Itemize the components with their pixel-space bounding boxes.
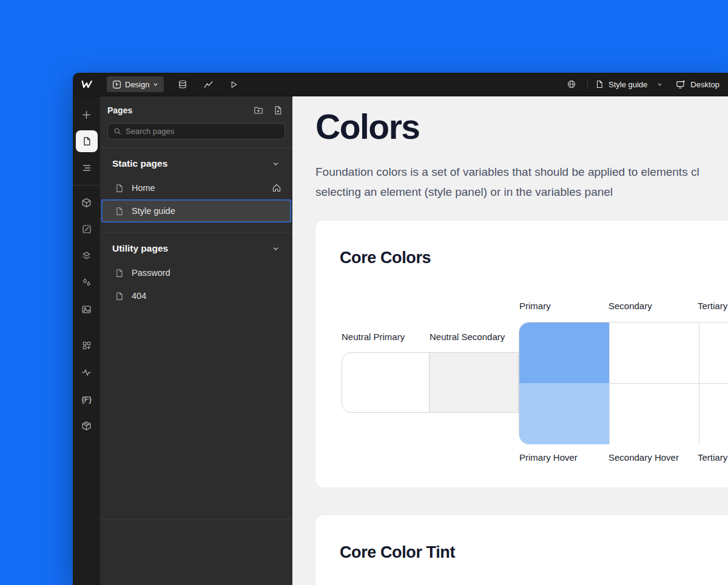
- new-folder-button[interactable]: [254, 105, 263, 115]
- cms-database-icon: [178, 79, 187, 89]
- navigator-button[interactable]: [76, 157, 98, 179]
- webflow-logo[interactable]: [73, 80, 100, 89]
- selectors-button[interactable]: [76, 245, 98, 267]
- description-line: Foundation colors is a set of variables …: [315, 162, 699, 182]
- swatch-neutral-primary[interactable]: [342, 352, 430, 413]
- swatch-primary[interactable]: [519, 323, 609, 384]
- new-page-icon: [273, 105, 283, 115]
- core-color-tint-card[interactable]: Core Color Tint: [315, 515, 728, 585]
- breakpoint-label: Desktop: [690, 80, 720, 89]
- page-icon: [115, 292, 124, 301]
- style-manager-button[interactable]: [76, 218, 98, 240]
- navigator-icon: [82, 163, 92, 173]
- breakpoint-selector[interactable]: Desktop: [676, 79, 720, 89]
- design-mode-button[interactable]: Design: [107, 76, 164, 92]
- utility-pages-section: Utility pages Password: [100, 233, 292, 307]
- page-item-password[interactable]: Password: [101, 261, 291, 284]
- grid-line: [609, 383, 728, 384]
- pages-panel: Pages: [100, 96, 292, 585]
- assets-image-icon: [81, 304, 92, 315]
- pages-panel-title: Pages: [107, 105, 254, 115]
- swatch-primary-hover[interactable]: [519, 383, 609, 444]
- page-item-label: Style guide: [132, 206, 175, 216]
- layers-icon: [81, 251, 92, 261]
- fonts-button[interactable]: {F}: [76, 388, 98, 410]
- apps-button[interactable]: [76, 335, 98, 356]
- search-pages: [107, 123, 285, 139]
- swatch-secondary-hover[interactable]: [610, 384, 699, 444]
- variables-droplets-icon: [82, 278, 92, 287]
- topbar-divider: [587, 79, 588, 89]
- design-mode-label: Design: [125, 80, 149, 89]
- swatch-tertiary-hover[interactable]: [699, 384, 728, 444]
- topbar: Design: [73, 73, 728, 96]
- new-page-button[interactable]: [273, 105, 283, 115]
- apps-grid-icon: [82, 341, 92, 350]
- assets-button[interactable]: [76, 298, 98, 320]
- core-colors-card[interactable]: Core Colors Primary Secondary Tertiary N…: [315, 221, 728, 487]
- page-icon: [595, 80, 604, 89]
- page-item-label: Home: [132, 183, 155, 193]
- desktop-breakpoint-icon: [676, 79, 686, 89]
- style-brush-icon: [82, 224, 92, 234]
- add-element-button[interactable]: [76, 104, 98, 125]
- workspace: {F} Pages: [73, 96, 728, 585]
- fonts-icon: {F}: [81, 395, 92, 404]
- swatch-tertiary[interactable]: [699, 323, 728, 383]
- page-item-404[interactable]: 404: [101, 284, 291, 307]
- rail-divider: [73, 185, 100, 186]
- page-item-label: 404: [132, 291, 146, 301]
- swatch-label-secondary-hover[interactable]: Secondary Hover: [608, 452, 679, 463]
- swatch-label-tertiary-hover[interactable]: Tertiary: [698, 452, 727, 463]
- search-icon: [113, 127, 121, 135]
- interactions-button[interactable]: [76, 361, 98, 383]
- search-pages-input[interactable]: [126, 127, 279, 136]
- home-icon: [272, 183, 281, 193]
- components-button[interactable]: [76, 192, 98, 213]
- section-label: Static pages: [112, 158, 167, 169]
- swatch-neutral-secondary[interactable]: [430, 352, 519, 413]
- page-selector[interactable]: Style guide: [595, 80, 662, 89]
- chevron-down-icon: [272, 246, 279, 252]
- webflow-logo-icon: [80, 80, 93, 89]
- swatch-label-secondary[interactable]: Secondary: [608, 301, 652, 311]
- static-pages-section: Static pages Home: [100, 148, 292, 232]
- cms-database-button[interactable]: [170, 73, 195, 96]
- core-colors-title[interactable]: Core Colors: [340, 247, 431, 268]
- core-colors-grid: [519, 322, 728, 444]
- swatch-label-neutral-primary[interactable]: Neutral Primary: [342, 332, 405, 342]
- swatch-label-neutral-secondary[interactable]: Neutral Secondary: [430, 332, 505, 342]
- chevron-down-icon: [657, 82, 662, 87]
- canvas: Colors Foundation colors is a set of var…: [292, 96, 728, 585]
- swatch-label-primary-hover[interactable]: Primary Hover: [519, 452, 578, 463]
- swatch-label-primary[interactable]: Primary: [519, 301, 551, 311]
- pages-panel-header: Pages: [100, 96, 292, 122]
- chevron-down-icon: [153, 82, 158, 87]
- page-item-style-guide[interactable]: Style guide: [101, 199, 291, 222]
- topbar-tools: [170, 73, 246, 96]
- preview-play-icon: [229, 80, 238, 89]
- page-item-label: Password: [132, 268, 170, 278]
- chevron-down-icon: [272, 161, 279, 167]
- page-item-home[interactable]: Home: [101, 176, 291, 199]
- package-box-icon: [81, 421, 92, 431]
- left-toolbar: {F}: [73, 96, 100, 585]
- preview-button[interactable]: [221, 73, 246, 96]
- page-selector-label: Style guide: [608, 80, 647, 89]
- new-folder-icon: [254, 105, 263, 115]
- pages-panel-divider: [100, 519, 292, 520]
- analytics-chart-icon: [203, 79, 214, 90]
- core-color-tint-title[interactable]: Core Color Tint: [340, 542, 455, 563]
- page-description[interactable]: Foundation colors is a set of variables …: [315, 162, 699, 202]
- packages-button[interactable]: [76, 415, 98, 436]
- publish-globe-button[interactable]: [563, 73, 580, 96]
- pages-panel-button[interactable]: [76, 130, 98, 152]
- swatch-label-tertiary[interactable]: Tertiary: [698, 301, 727, 311]
- variables-button[interactable]: [76, 272, 98, 293]
- swatch-secondary[interactable]: [610, 323, 699, 383]
- page-title[interactable]: Colors: [315, 107, 420, 146]
- section-static-pages[interactable]: Static pages: [100, 148, 292, 176]
- analytics-button[interactable]: [195, 73, 221, 96]
- design-cursor-icon: [112, 80, 121, 89]
- section-utility-pages[interactable]: Utility pages: [100, 233, 292, 261]
